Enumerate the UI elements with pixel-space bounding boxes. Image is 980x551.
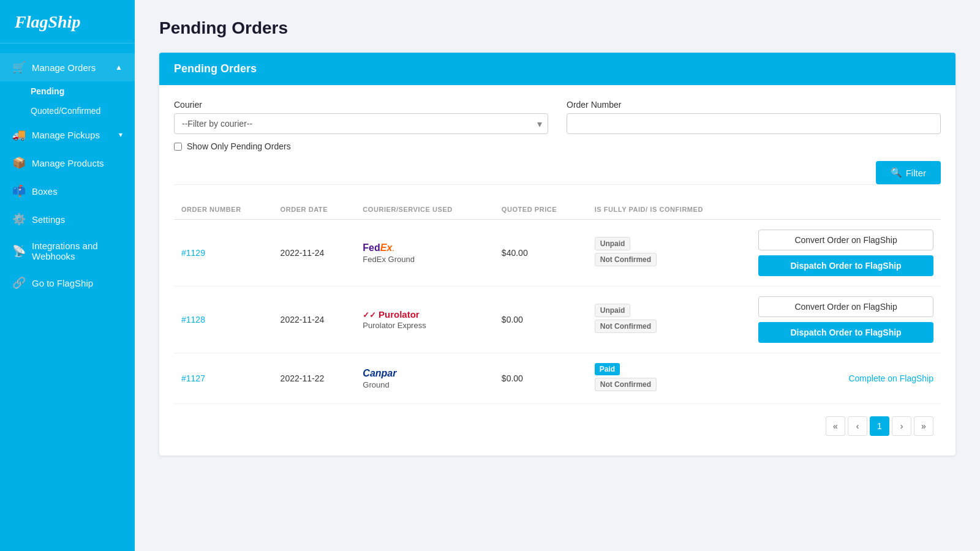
sidebar-item-boxes[interactable]: 📫 Boxes bbox=[0, 177, 135, 205]
quoted-price-cell: $0.00 bbox=[494, 353, 587, 404]
filter-row: Courier --Filter by courier-- FedEx Puro… bbox=[174, 100, 941, 134]
sidebar-item-manage-pickups-label: Manage Pickups bbox=[32, 130, 100, 140]
external-link-icon: 🔗 bbox=[12, 276, 26, 290]
sidebar-item-go-flagship-label: Go to FlagShip bbox=[32, 278, 93, 288]
order-number-filter-label: Order Number bbox=[567, 100, 941, 110]
order-number-cell: #1127 bbox=[174, 353, 273, 404]
sidebar-sub-item-pending[interactable]: Pending bbox=[0, 81, 135, 101]
pagination-last[interactable]: » bbox=[914, 416, 933, 436]
chevron-down-icon: ▾ bbox=[119, 130, 123, 139]
sidebar-item-settings-label: Settings bbox=[32, 214, 65, 225]
courier-filter-label: Courier bbox=[174, 100, 548, 110]
search-icon: 🔍 bbox=[891, 167, 902, 178]
dispatch-order-button[interactable]: Dispatch Order to FlagShip bbox=[758, 255, 933, 276]
col-courier: COURIER/SERVICE USED bbox=[355, 200, 494, 220]
sidebar-item-manage-products-label: Manage Products bbox=[32, 158, 104, 168]
order-number-link[interactable]: #1129 bbox=[181, 248, 205, 258]
pagination-prev[interactable]: ‹ bbox=[848, 416, 867, 436]
pagination-first[interactable]: « bbox=[826, 416, 845, 436]
action-cell: Convert Order on FlagShip Dispatch Order… bbox=[751, 220, 941, 287]
order-number-link[interactable]: #1128 bbox=[181, 315, 205, 324]
filter-button[interactable]: 🔍 Filter bbox=[876, 161, 941, 184]
confirm-status-badge: Not Confirmed bbox=[595, 253, 657, 266]
table-header: ORDER NUMBER ORDER DATE COURIER/SERVICE … bbox=[174, 200, 941, 220]
convert-order-button[interactable]: Convert Order on FlagShip bbox=[758, 230, 933, 250]
mailbox-icon: 📫 bbox=[12, 184, 26, 198]
payment-status-cell: Paid Not Confirmed bbox=[587, 353, 751, 404]
filter-btn-row: 🔍 Filter bbox=[174, 161, 941, 184]
col-actions bbox=[751, 200, 941, 220]
table-row: #1128 2022-11-24 ✓✓ PurolatorPurolator E… bbox=[174, 287, 941, 353]
pagination: « ‹ 1 › » bbox=[174, 404, 941, 441]
confirm-status-badge: Not Confirmed bbox=[595, 378, 657, 391]
chevron-up-icon: ▲ bbox=[115, 63, 123, 72]
courier-cell: FedEx.FedEx Ground bbox=[355, 220, 494, 287]
webhook-icon: 📡 bbox=[12, 244, 26, 258]
col-payment-confirm: IS FULLY PAID/ IS CONFIRMED bbox=[587, 200, 751, 220]
pending-orders-checkbox-row: Show Only Pending Orders bbox=[174, 141, 941, 151]
courier-filter-group: Courier --Filter by courier-- FedEx Puro… bbox=[174, 100, 548, 134]
order-date-cell: 2022-11-24 bbox=[273, 220, 356, 287]
table-wrapper: ORDER NUMBER ORDER DATE COURIER/SERVICE … bbox=[174, 200, 941, 404]
sidebar-item-integrations-label: Integrations and Webhooks bbox=[32, 241, 123, 261]
orders-table: ORDER NUMBER ORDER DATE COURIER/SERVICE … bbox=[174, 200, 941, 404]
pagination-current[interactable]: 1 bbox=[870, 416, 889, 436]
order-number-cell: #1128 bbox=[174, 287, 273, 353]
truck-icon: 🚚 bbox=[12, 128, 26, 141]
logo: FlagShip bbox=[0, 0, 135, 43]
sidebar-nav: 🛒 Manage Orders ▲ Pending Quoted/Confirm… bbox=[0, 43, 135, 551]
page-title: Pending Orders bbox=[159, 18, 956, 38]
sidebar-item-boxes-label: Boxes bbox=[32, 186, 58, 197]
orders-card: Pending Orders Courier --Filter by couri… bbox=[159, 53, 956, 455]
table-row: #1127 2022-11-22 CanparGround $0.00 Paid… bbox=[174, 353, 941, 404]
sidebar-item-manage-pickups[interactable]: 🚚 Manage Pickups ▾ bbox=[0, 121, 135, 149]
order-number-input[interactable] bbox=[567, 113, 941, 134]
sidebar-item-manage-orders-label: Manage Orders bbox=[32, 62, 96, 73]
convert-order-button[interactable]: Convert Order on FlagShip bbox=[758, 296, 933, 317]
orders-tbody: #1129 2022-11-24 FedEx.FedEx Ground $40.… bbox=[174, 220, 941, 404]
sidebar-item-settings[interactable]: ⚙️ Settings bbox=[0, 205, 135, 233]
show-pending-checkbox[interactable] bbox=[174, 143, 182, 151]
sidebar-item-go-flagship[interactable]: 🔗 Go to FlagShip bbox=[0, 269, 135, 297]
sidebar-item-manage-products[interactable]: 📦 Manage Products bbox=[0, 149, 135, 177]
table-row: #1129 2022-11-24 FedEx.FedEx Ground $40.… bbox=[174, 220, 941, 287]
complete-flagship-link[interactable]: Complete on FlagShip bbox=[848, 373, 933, 383]
quoted-price-cell: $0.00 bbox=[494, 287, 587, 353]
payment-status-cell: Unpaid Not Confirmed bbox=[587, 220, 751, 287]
order-number-filter-group: Order Number bbox=[567, 100, 941, 134]
action-cell: Complete on FlagShip bbox=[751, 353, 941, 404]
col-order-number: ORDER NUMBER bbox=[174, 200, 273, 220]
courier-select-wrapper: --Filter by courier-- FedEx Purolator Ca… bbox=[174, 113, 548, 134]
card-header: Pending Orders bbox=[159, 53, 956, 85]
order-number-cell: #1129 bbox=[174, 220, 273, 287]
cart-icon: 🛒 bbox=[12, 61, 26, 74]
box-icon: 📦 bbox=[12, 156, 26, 170]
confirm-status-badge: Not Confirmed bbox=[595, 320, 657, 333]
courier-cell: ✓✓ PurolatorPurolator Express bbox=[355, 287, 494, 353]
quoted-price-cell: $40.00 bbox=[494, 220, 587, 287]
dispatch-order-button[interactable]: Dispatch Order to FlagShip bbox=[758, 322, 933, 343]
main-content: Pending Orders Pending Orders Courier --… bbox=[135, 0, 980, 551]
gear-icon: ⚙️ bbox=[12, 212, 26, 226]
courier-cell: CanparGround bbox=[355, 353, 494, 404]
show-pending-label: Show Only Pending Orders bbox=[187, 141, 291, 151]
divider bbox=[174, 184, 941, 185]
action-cell: Convert Order on FlagShip Dispatch Order… bbox=[751, 287, 941, 353]
order-number-link[interactable]: #1127 bbox=[181, 373, 205, 383]
col-order-date: ORDER DATE bbox=[273, 200, 356, 220]
payment-status-cell: Unpaid Not Confirmed bbox=[587, 287, 751, 353]
pagination-next[interactable]: › bbox=[892, 416, 911, 436]
order-date-cell: 2022-11-22 bbox=[273, 353, 356, 404]
sidebar: FlagShip 🛒 Manage Orders ▲ Pending Quote… bbox=[0, 0, 135, 551]
col-price: QUOTED PRICE bbox=[494, 200, 587, 220]
sidebar-item-integrations[interactable]: 📡 Integrations and Webhooks bbox=[0, 233, 135, 269]
sidebar-item-manage-orders[interactable]: 🛒 Manage Orders ▲ bbox=[0, 53, 135, 81]
card-body: Courier --Filter by courier-- FedEx Puro… bbox=[159, 85, 956, 455]
sidebar-sub-item-quoted-confirmed[interactable]: Quoted/Confirmed bbox=[0, 101, 135, 121]
courier-select[interactable]: --Filter by courier-- FedEx Purolator Ca… bbox=[174, 113, 548, 134]
order-date-cell: 2022-11-24 bbox=[273, 287, 356, 353]
